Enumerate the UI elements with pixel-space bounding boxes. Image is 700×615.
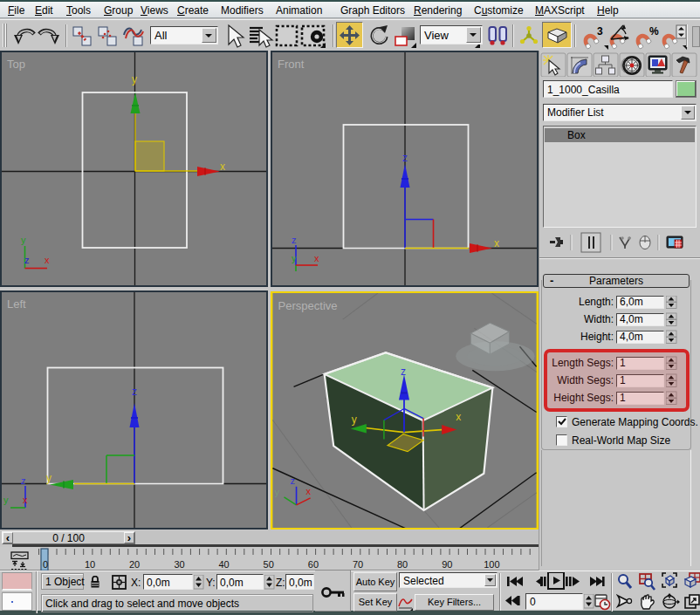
svg-text:20: 20 (129, 559, 140, 570)
svg-text:3: 3 (597, 25, 603, 38)
svg-text:y: y (274, 487, 279, 497)
svg-text:Front: Front (278, 58, 305, 71)
svg-text:z: z (24, 255, 30, 265)
svg-text:y: y (3, 495, 9, 505)
svg-text:50: 50 (264, 559, 274, 570)
svg-text:80: 80 (397, 559, 408, 570)
svg-text:40: 40 (218, 559, 229, 570)
svg-text:z: z (402, 152, 408, 164)
svg-text:%: % (649, 25, 659, 38)
svg-text:30: 30 (174, 559, 184, 570)
svg-text:10: 10 (85, 559, 95, 570)
svg-text:y: y (132, 73, 137, 85)
svg-text:60: 60 (308, 559, 319, 570)
svg-text:y: y (292, 253, 297, 263)
svg-text:z: z (292, 235, 297, 245)
svg-text:Top: Top (7, 58, 25, 71)
svg-text:x: x (220, 161, 225, 173)
svg-text:0: 0 (43, 559, 48, 570)
svg-text:x: x (456, 411, 461, 423)
svg-text:y: y (21, 235, 26, 245)
svg-text:x: x (23, 495, 28, 505)
svg-text:z: z (21, 475, 26, 486)
svg-text:z: z (291, 475, 296, 486)
svg-text:x: x (306, 486, 312, 496)
svg-text:70: 70 (353, 559, 363, 570)
svg-text:100: 100 (484, 559, 499, 570)
svg-text:y: y (352, 413, 357, 426)
svg-text:90: 90 (442, 559, 452, 570)
svg-text:y: y (46, 472, 51, 484)
svg-text:x: x (314, 253, 319, 263)
svg-text:x: x (494, 237, 499, 249)
svg-text:x: x (45, 255, 50, 265)
